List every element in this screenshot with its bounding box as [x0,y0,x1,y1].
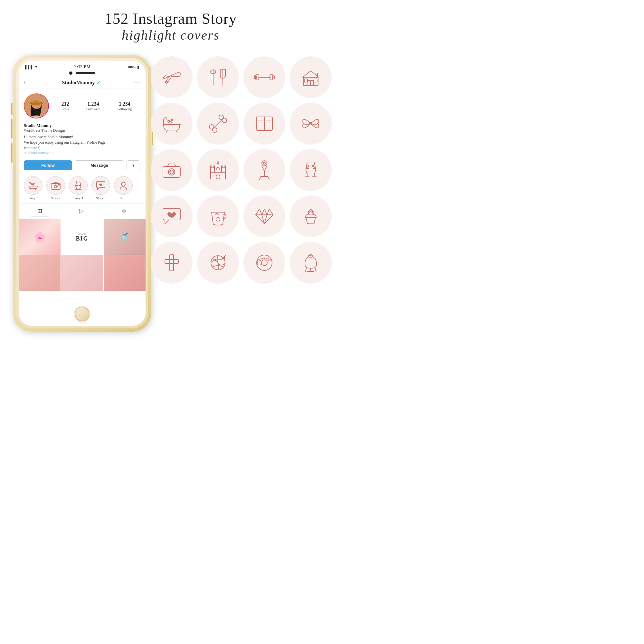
profile-bio: Studio Mommy WordPress Theme Designs Hi … [19,122,146,158]
svg-point-57 [268,260,270,261]
barn-icon [299,66,322,89]
story-circle-4 [91,176,110,195]
dream-big-text: BIG [76,235,88,242]
champagne-icon [299,159,322,181]
story-item-4[interactable]: Story 4 [91,176,110,200]
camera-small-icon [50,180,62,191]
icon-chat-heart [151,195,193,237]
header: 152 Instagram Story highlight covers [0,0,341,43]
svg-rect-21 [311,81,314,85]
icon-bathtub [151,103,193,145]
grid-tab[interactable]: ⊞ [31,206,49,216]
chat-heart-icon [160,205,183,228]
following-label: Following [117,107,132,111]
verified-badge: ✓ [96,81,101,85]
svg-point-46 [307,167,308,168]
tagged-tab[interactable]: ☺ [115,206,133,216]
bathtub-small-icon [27,180,39,191]
svg-point-25 [168,120,170,122]
airplane-icon [160,66,183,89]
follow-button[interactable]: Follow [24,160,72,170]
story-label-4: Story 4 [96,196,105,200]
svg-point-42 [262,161,267,166]
photo-grid: 🌸 dream BIG 🥤 [19,219,146,291]
story-circle-3 [69,176,88,195]
svg-rect-40 [216,175,220,179]
bow-icon [299,112,322,135]
svg-point-5 [33,185,34,185]
camera-lens [69,71,72,75]
bio-link[interactable]: studiomommy.com [24,150,140,155]
camera-icon [160,159,183,181]
icon-book [243,103,285,145]
svg-point-3 [31,184,33,185]
username: StudioMommy ✓ [28,80,134,86]
posts-count: 212 [61,101,69,107]
grid-photo-3: 🥤 [104,219,146,255]
svg-point-32 [219,115,223,119]
dropdown-button[interactable]: ▾ [127,160,140,170]
bone-icon [207,112,229,135]
svg-point-4 [33,183,34,184]
status-bar: ▌▌▌ ✦ 2:12 PM 100% ▮ [19,61,146,71]
back-button[interactable]: ‹ [24,79,26,86]
phone-button-mute [11,103,13,115]
icon-champagne [290,149,332,191]
book-icon [253,112,276,135]
svg-point-54 [261,260,267,266]
more-options-button[interactable]: ··· [134,79,141,86]
svg-line-28 [213,119,223,128]
header-line2: highlight covers [0,27,341,43]
icons-grid [151,56,332,284]
followers-stat: 1,234 Followers [86,101,100,111]
icon-castle [197,149,239,191]
camera-bar [19,71,146,77]
grid-photo-6 [104,255,146,291]
story-label-2: Story 2 [51,196,60,200]
profile-actions: Follow Message ▾ [19,158,146,174]
posts-label: Posts [62,107,69,111]
svg-point-55 [260,260,261,261]
donut-icon [253,251,276,274]
dumbbell-icon [253,66,276,89]
chat-small-icon [95,180,107,191]
icon-cupcake [290,195,332,237]
story-circle-2 [46,176,65,195]
reels-tab[interactable]: ▷ [73,206,90,216]
icon-camera [151,149,193,191]
yarn-icon [207,251,229,274]
icon-yarn [197,242,239,284]
following-stat: 1,234 Following [117,101,132,111]
dress-form-icon [299,251,322,274]
signal-icon: ▌▌▌ ✦ [25,65,38,70]
icon-airplane [151,56,193,98]
avatar-svg [24,94,48,118]
icon-diamond [243,195,285,237]
story5-small-icon [118,180,129,191]
cupcake-icon [299,205,322,228]
story-item-5[interactable]: Sto... [114,176,133,200]
icon-vanity-chair [243,149,285,191]
icon-coffee-cup [197,195,239,237]
svg-point-47 [312,165,314,166]
story-label-1: Story 1 [28,196,38,200]
svg-point-27 [170,122,172,123]
story-item-2[interactable]: Story 2 [46,176,65,200]
posts-stat: 212 Posts [61,101,69,111]
phone-inner: ▌▌▌ ✦ 2:12 PM 100% ▮ ‹ StudioMommy ✓ [16,58,148,328]
avatar[interactable] [24,93,49,118]
home-button[interactable] [75,307,90,321]
stats-grid: 212 Posts 1,234 Followers 1,234 Followin… [53,101,140,111]
icon-donut [243,242,285,284]
svg-rect-51 [165,260,178,263]
story-item-3[interactable]: Story 3 [69,176,88,200]
svg-rect-23 [314,79,317,82]
story-highlights: Story 1 [19,174,146,204]
message-button[interactable]: Message [75,160,124,170]
story-circle-5 [114,176,133,195]
story-label-3: Story 3 [73,196,83,200]
bio-text: Hi there, we're Studio Mommy! We hope yo… [24,134,140,150]
story-item-1[interactable]: Story 1 [24,176,43,200]
bathtub-icon [160,112,183,135]
grid-tabs: ⊞ ▷ ☺ [19,204,146,219]
